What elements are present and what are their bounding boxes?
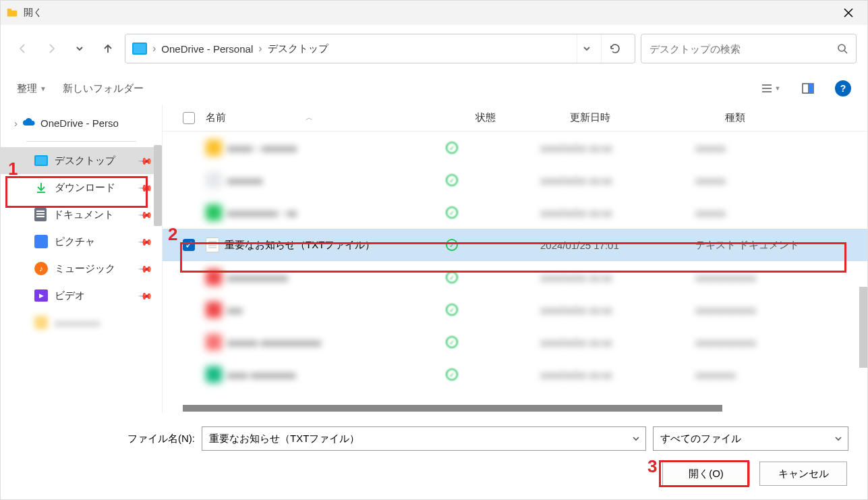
cloud-icon bbox=[22, 115, 36, 130]
pin-icon: 📌 bbox=[138, 287, 153, 303]
preview-pane-button[interactable] bbox=[797, 78, 819, 99]
file-row-blurred[interactable]: xxx ✓ xxxx/xx/xx xx:xxxxxxxxxxxxxx bbox=[163, 294, 867, 326]
nav-row: › OneDrive - Personal › デスクトップ bbox=[1, 25, 867, 72]
file-row-blurred[interactable]: xxxxxxxxxxxx ✓ xxxx/xx/xx xx:xxxxxxxxxxx… bbox=[163, 261, 867, 294]
pin-icon: 📌 bbox=[138, 260, 153, 276]
tree-onedrive[interactable]: › OneDrive - Perso bbox=[1, 110, 162, 136]
column-status[interactable]: 状態 bbox=[475, 111, 570, 124]
filename-label: ファイル名(N): bbox=[20, 433, 195, 445]
forward-button[interactable] bbox=[40, 37, 63, 60]
column-name[interactable]: 名前 bbox=[206, 111, 226, 124]
breadcrumb-onedrive[interactable]: OneDrive - Personal bbox=[161, 43, 253, 55]
sidebar-item-documents[interactable]: ドキュメント 📌 bbox=[1, 201, 162, 228]
sidebar-scrollbar[interactable] bbox=[154, 145, 162, 226]
pin-icon: 📌 bbox=[138, 233, 153, 249]
chevron-down-icon[interactable] bbox=[632, 433, 640, 445]
sort-indicator-icon: ︿ bbox=[306, 113, 313, 123]
sidebar-item-videos[interactable]: ビデオ 📌 bbox=[1, 282, 162, 309]
tree-onedrive-label: OneDrive - Perso bbox=[40, 117, 119, 129]
chevron-right-icon[interactable]: › bbox=[152, 43, 156, 55]
folder-icon bbox=[34, 316, 48, 329]
video-icon bbox=[34, 289, 48, 302]
file-name: 重要なお知らせ（TXTファイル） bbox=[225, 239, 375, 252]
pin-icon: 📌 bbox=[138, 179, 153, 195]
chevron-right-icon[interactable]: › bbox=[14, 117, 18, 129]
window-title: 開く bbox=[24, 7, 42, 19]
address-history-dropdown[interactable] bbox=[577, 34, 596, 63]
pin-icon: 📌 bbox=[138, 152, 153, 168]
file-row-blurred[interactable]: xxxxxxxxxx - xx ✓ xxxx/xx/xx xx:xxxxxxxx bbox=[163, 196, 867, 229]
breadcrumb-desktop[interactable]: デスクトップ bbox=[268, 43, 328, 55]
horizontal-scrollbar[interactable] bbox=[163, 404, 867, 413]
chevron-right-icon[interactable]: › bbox=[258, 43, 262, 55]
refresh-button[interactable] bbox=[601, 34, 628, 63]
search-input[interactable] bbox=[649, 43, 837, 55]
sidebar-item-blurred[interactable]: xxxxxxxxx bbox=[1, 309, 162, 336]
file-area: 名前︿ 状態 更新日時 種類 xxxxx - xxxxxxx ✓ xxxx/xx… bbox=[163, 105, 867, 413]
chevron-down-icon[interactable] bbox=[834, 433, 842, 445]
sidebar-item-downloads[interactable]: ダウンロード 📌 bbox=[1, 174, 162, 201]
download-icon bbox=[34, 181, 48, 194]
checkbox-checked[interactable]: ✓ bbox=[183, 239, 195, 251]
address-bar[interactable]: › OneDrive - Personal › デスクトップ bbox=[125, 34, 635, 63]
file-row-blurred[interactable]: xxxxx - xxxxxxx ✓ xxxx/xx/xx xx:xxxxxxxx bbox=[163, 132, 867, 164]
file-date: 2024/01/25 17:01 bbox=[540, 240, 695, 251]
titlebar: 開く bbox=[1, 1, 867, 25]
file-row-blurred[interactable]: xxxx xxxxxxxxx ✓ xxxx/xx/xx xx:xxxxxxxxx… bbox=[163, 358, 867, 391]
text-file-icon bbox=[206, 238, 219, 252]
file-row-blurred[interactable]: xxxxxxx ✓ xxxx/xx/xx xx:xxxxxxxx bbox=[163, 164, 867, 196]
file-row-blurred[interactable]: xxxxxx xxxxxxxxxxxx ✓ xxxx/xx/xx xx:xxxx… bbox=[163, 326, 867, 358]
sidebar-item-label: ダウンロード bbox=[55, 182, 115, 194]
sidebar-item-label: ドキュメント bbox=[53, 209, 114, 221]
pc-icon bbox=[132, 43, 147, 55]
pin-icon: 📌 bbox=[138, 206, 153, 222]
column-header: 名前︿ 状態 更新日時 種類 bbox=[163, 105, 867, 132]
search-icon[interactable] bbox=[837, 43, 848, 54]
document-icon bbox=[34, 208, 47, 221]
filename-input[interactable]: 重要なお知らせ（TXTファイル） bbox=[202, 426, 646, 451]
file-row-selected[interactable]: ✓ 重要なお知らせ（TXTファイル） ✓ 2024/01/25 17:01 テキ… bbox=[163, 229, 867, 261]
select-all-checkbox[interactable] bbox=[183, 112, 195, 124]
close-button[interactable] bbox=[835, 1, 862, 25]
svg-rect-4 bbox=[809, 84, 813, 93]
help-button[interactable]: ? bbox=[835, 80, 851, 96]
sidebar-item-label: デスクトップ bbox=[55, 155, 115, 167]
app-icon bbox=[6, 7, 18, 19]
column-date[interactable]: 更新日時 bbox=[570, 111, 725, 124]
sidebar-item-label: ビデオ bbox=[55, 289, 85, 302]
search-box[interactable] bbox=[641, 34, 857, 63]
vertical-scrollbar[interactable] bbox=[859, 287, 867, 368]
filetype-select[interactable]: すべてのファイル bbox=[653, 426, 848, 451]
open-button[interactable]: 開く(O) bbox=[662, 462, 750, 486]
picture-icon bbox=[34, 235, 48, 248]
svg-rect-1 bbox=[7, 9, 11, 12]
recent-dropdown[interactable] bbox=[68, 37, 91, 60]
status-ok-icon: ✓ bbox=[446, 239, 458, 251]
new-folder-button[interactable]: 新しいフォルダー bbox=[63, 82, 144, 95]
cancel-button[interactable]: キャンセル bbox=[759, 462, 847, 486]
up-button[interactable] bbox=[96, 37, 119, 60]
desktop-icon bbox=[34, 155, 48, 166]
file-type: テキスト ドキュメント bbox=[695, 239, 867, 252]
toolbar: 整理▼ 新しいフォルダー ▼ ? bbox=[1, 72, 867, 105]
column-type[interactable]: 種類 bbox=[725, 111, 867, 124]
footer: ファイル名(N): 重要なお知らせ（TXTファイル） すべてのファイル 開く(O… bbox=[1, 413, 867, 499]
organize-menu[interactable]: 整理▼ bbox=[17, 82, 47, 95]
music-icon bbox=[34, 262, 48, 275]
sidebar-item-desktop[interactable]: デスクトップ 📌 bbox=[1, 147, 162, 174]
sidebar-item-label: ミュージック bbox=[55, 262, 115, 275]
sidebar-item-label: ピクチャ bbox=[55, 235, 95, 248]
sidebar-item-pictures[interactable]: ピクチャ 📌 bbox=[1, 228, 162, 255]
back-button[interactable] bbox=[11, 37, 34, 60]
view-list-button[interactable]: ▼ bbox=[759, 78, 781, 99]
sidebar-item-music[interactable]: ミュージック 📌 bbox=[1, 255, 162, 282]
sidebar: › OneDrive - Perso デスクトップ 📌 ダウンロード 📌 ドキュ… bbox=[1, 105, 163, 413]
svg-point-2 bbox=[838, 45, 845, 51]
